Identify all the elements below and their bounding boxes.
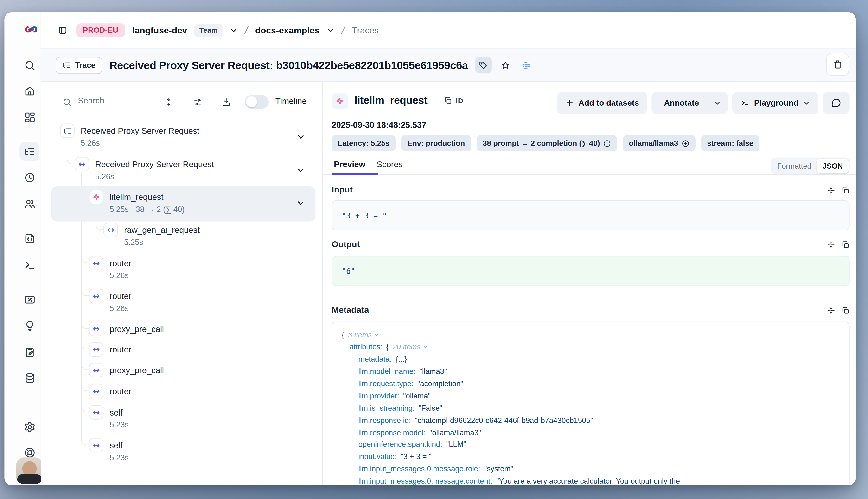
public-globe-button[interactable] bbox=[519, 59, 533, 72]
span-node-icon[interactable]: ↔ bbox=[89, 256, 103, 270]
json-line[interactable]: attributes:{20 Items bbox=[332, 341, 849, 353]
timeline-label: Timeline bbox=[276, 96, 307, 106]
id-label[interactable]: ID bbox=[456, 97, 463, 105]
search-icon[interactable] bbox=[23, 59, 36, 72]
playground-button[interactable]: Playground bbox=[732, 92, 818, 114]
annotate-dropdown-button[interactable] bbox=[707, 92, 728, 114]
metadata-heading: Metadata bbox=[331, 305, 369, 315]
collapse-all-icon[interactable] bbox=[164, 97, 173, 107]
tree-node-label[interactable]: router bbox=[110, 386, 132, 396]
tree-node-label[interactable]: Received Proxy Server Request bbox=[81, 126, 199, 135]
tree-node-label[interactable]: proxy_pre_call bbox=[110, 365, 164, 375]
project-name[interactable]: docs-examples bbox=[255, 25, 319, 35]
datasets-icon[interactable] bbox=[23, 371, 36, 385]
chevron-down-icon[interactable] bbox=[296, 166, 305, 175]
format-toggle-formatted[interactable]: Formatted bbox=[771, 162, 817, 170]
annotate-button[interactable]: Annotate bbox=[652, 92, 707, 114]
json-line[interactable]: metadata:{...} bbox=[332, 353, 849, 365]
observation-detail-panel: litellm_request ID Add to datasets Annot… bbox=[322, 82, 856, 485]
dashboard-icon[interactable] bbox=[23, 110, 36, 124]
users-icon[interactable] bbox=[23, 197, 36, 210]
span-node-icon[interactable]: ↔ bbox=[89, 322, 103, 336]
add-to-datasets-button[interactable]: Add to datasets bbox=[557, 92, 647, 114]
token-usage-badge[interactable]: 38 prompt → 2 completion (∑ 40) bbox=[477, 135, 617, 151]
org-chevron-down-icon[interactable] bbox=[230, 26, 238, 34]
chevron-down-icon[interactable] bbox=[296, 198, 305, 208]
search-icon bbox=[62, 97, 72, 107]
star-button[interactable] bbox=[499, 59, 512, 72]
chevron-down-icon[interactable] bbox=[296, 132, 305, 142]
span-node-icon[interactable]: ↔ bbox=[89, 289, 103, 303]
span-node-icon[interactable]: ↔ bbox=[75, 157, 89, 171]
copy-id-icon[interactable] bbox=[443, 96, 452, 105]
json-line: llm.provider:"ollama" bbox=[332, 390, 849, 402]
app-window: PROD-EU langfuse-dev Team / docs-example… bbox=[4, 12, 856, 485]
annotation-queues-icon[interactable] bbox=[23, 345, 36, 358]
display-settings-icon[interactable] bbox=[193, 97, 203, 107]
project-chevron-down-icon[interactable] bbox=[327, 26, 334, 34]
tab-preview[interactable]: Preview bbox=[334, 159, 365, 169]
env-badge: Env: production bbox=[401, 135, 471, 151]
action-buttons: Add to datasets Annotate Playground bbox=[557, 92, 849, 114]
input-value-box: "3 + 3 = " bbox=[331, 200, 849, 231]
collapse-icon[interactable] bbox=[827, 241, 835, 249]
lightbulb-icon[interactable] bbox=[23, 319, 36, 332]
desktop: PROD-EU langfuse-dev Team / docs-example… bbox=[0, 0, 868, 499]
delete-trace-button[interactable] bbox=[827, 53, 849, 76]
tag-icon bbox=[479, 60, 488, 70]
copy-icon[interactable] bbox=[841, 306, 850, 315]
generation-node-icon[interactable] bbox=[89, 190, 103, 204]
model-badge[interactable]: ollama/llama3 bbox=[623, 135, 696, 151]
input-heading: Input bbox=[331, 185, 353, 195]
metric-badges: Latency: 5.25s Env: production 38 prompt… bbox=[331, 135, 759, 151]
tree-node-label[interactable]: self bbox=[110, 440, 123, 450]
comments-button[interactable] bbox=[823, 92, 850, 114]
json-line: llm.is_streaming:"False" bbox=[332, 402, 849, 414]
evaluation-icon[interactable] bbox=[23, 293, 36, 306]
support-lifebuoy-icon[interactable] bbox=[23, 446, 36, 459]
json-line: llm.response.model:"ollama/llama3" bbox=[332, 426, 849, 439]
stream-badge: stream: false bbox=[701, 135, 760, 151]
tree-node-label[interactable]: litellm_request bbox=[110, 192, 163, 202]
breadcrumb-section[interactable]: Traces bbox=[352, 25, 379, 35]
settings-gear-icon[interactable] bbox=[23, 420, 36, 434]
tracing-icon[interactable] bbox=[23, 145, 36, 158]
tree-node-label[interactable]: proxy_pre_call bbox=[110, 324, 164, 333]
tree-node-label[interactable]: router bbox=[110, 345, 132, 354]
span-node-icon[interactable]: ↔ bbox=[89, 342, 103, 356]
search-input[interactable] bbox=[77, 95, 149, 106]
span-node-icon[interactable]: ↔ bbox=[89, 405, 103, 419]
tree-node-label[interactable]: router bbox=[110, 258, 132, 268]
home-icon[interactable] bbox=[23, 84, 36, 97]
tree-node-duration: 5.26s bbox=[110, 271, 129, 280]
org-name[interactable]: langfuse-dev bbox=[132, 25, 187, 35]
copy-icon[interactable] bbox=[841, 186, 850, 195]
download-icon[interactable] bbox=[222, 97, 231, 107]
format-toggle-json[interactable]: JSON bbox=[817, 159, 848, 173]
collapse-icon[interactable] bbox=[827, 306, 835, 315]
span-node-icon[interactable]: ↔ bbox=[103, 222, 118, 237]
collapse-icon[interactable] bbox=[827, 186, 835, 195]
star-icon bbox=[501, 60, 511, 70]
span-node-icon[interactable]: ↔ bbox=[89, 384, 103, 399]
sidebar-toggle-icon[interactable] bbox=[56, 24, 69, 37]
copy-icon[interactable] bbox=[841, 241, 850, 249]
tag-button[interactable] bbox=[475, 57, 492, 73]
timeline-toggle[interactable] bbox=[245, 95, 269, 109]
tree-node-label[interactable]: Received Proxy Server Request bbox=[95, 159, 214, 169]
tab-scores[interactable]: Scores bbox=[377, 159, 403, 169]
json-line[interactable]: {3 Items bbox=[332, 329, 849, 341]
span-node-icon[interactable]: ↔ bbox=[89, 363, 103, 377]
tree-node-label[interactable]: router bbox=[110, 291, 132, 301]
output-section-icons bbox=[827, 241, 850, 249]
prompts-icon[interactable] bbox=[23, 231, 36, 245]
span-node-icon[interactable]: ↔ bbox=[89, 438, 103, 452]
sessions-clock-icon[interactable] bbox=[23, 171, 36, 184]
tree-node-duration: 5.26s bbox=[110, 304, 129, 313]
trace-tree-panel: Timeline Received Proxy Server Request 5… bbox=[41, 82, 322, 485]
user-avatar[interactable] bbox=[16, 458, 43, 484]
terminal-icon[interactable] bbox=[23, 258, 36, 272]
tree-node-label[interactable]: raw_gen_ai_request bbox=[124, 225, 200, 234]
trace-node-icon[interactable] bbox=[60, 123, 75, 138]
tree-node-label[interactable]: self bbox=[110, 407, 123, 417]
